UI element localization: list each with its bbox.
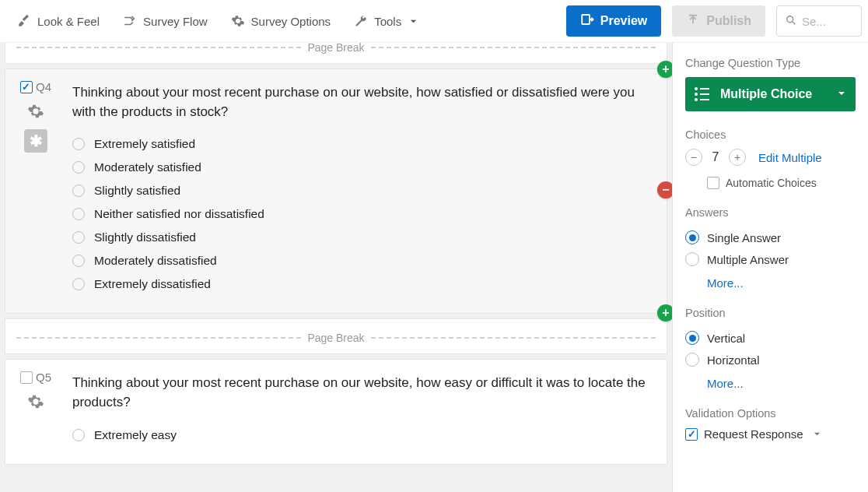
question-type-label: Multiple Choice — [720, 87, 812, 101]
single-answer-option[interactable]: Single Answer — [685, 227, 856, 248]
required-badge[interactable]: ✱ — [24, 129, 47, 153]
tools-button[interactable]: Tools — [343, 8, 429, 34]
look-and-feel-button[interactable]: Look & Feel — [6, 8, 110, 34]
question-gutter: Q5 — [5, 360, 66, 463]
automatic-choices-checkbox[interactable] — [707, 177, 719, 189]
radio-icon — [72, 138, 85, 150]
question-settings-button[interactable] — [27, 103, 44, 120]
page-break[interactable]: Page Break — [5, 318, 667, 354]
question-id-label: Q5 — [36, 371, 51, 384]
question-checkbox[interactable] — [20, 371, 33, 384]
question-type-select[interactable]: Multiple Choice — [685, 77, 856, 111]
validation-label: Validation Options — [685, 407, 856, 420]
look-and-feel-label: Look & Feel — [37, 15, 100, 28]
question-select-row[interactable]: Q4 — [20, 80, 51, 93]
search-box[interactable] — [776, 5, 862, 37]
position-label: Position — [685, 307, 856, 319]
question-content: Thinking about your most recent purchase… — [66, 69, 667, 313]
choices-stepper: − 7 + — [685, 149, 746, 166]
survey-options-button[interactable]: Survey Options — [220, 8, 342, 34]
page-break-top: Page Break — [5, 43, 667, 64]
page-break-label: Page Break — [301, 332, 370, 344]
answers-label: Answers — [685, 206, 856, 219]
survey-canvas: Page Break + − + Q4 ✱ Thinking about you… — [0, 43, 672, 492]
publish-label: Publish — [706, 14, 751, 28]
radio-icon — [72, 161, 85, 174]
question-block-q5[interactable]: Q5 Thinking about your most recent purch… — [5, 359, 667, 464]
radio-icon — [72, 255, 85, 267]
toolbar-left: Look & Feel Survey Flow Survey Options T… — [6, 8, 429, 34]
radio-icon — [72, 429, 85, 441]
choice-row[interactable]: Extremely satisfied — [72, 132, 651, 156]
question-checkbox[interactable] — [20, 81, 33, 93]
choices-count: 7 — [710, 150, 721, 164]
chevron-down-icon — [813, 427, 821, 441]
paintbrush-icon — [17, 14, 31, 28]
choice-row[interactable]: Extremely dissatisfied — [72, 272, 651, 296]
svg-rect-0 — [582, 15, 590, 24]
gear-icon — [231, 14, 245, 28]
radio-icon — [685, 353, 699, 367]
search-icon — [785, 14, 797, 29]
multiple-answer-option[interactable]: Multiple Answer — [685, 248, 856, 270]
add-question-above-button[interactable]: + — [657, 61, 672, 78]
multiple-choice-icon — [695, 87, 709, 101]
add-question-below-button[interactable]: + — [657, 304, 672, 322]
choice-row[interactable]: Moderately satisfied — [72, 156, 651, 179]
survey-flow-label: Survey Flow — [143, 15, 208, 28]
search-input[interactable] — [802, 15, 849, 28]
edit-multiple-link[interactable]: Edit Multiple — [758, 151, 822, 164]
chevron-down-icon — [409, 15, 418, 28]
question-text[interactable]: Thinking about your most recent purchase… — [72, 83, 651, 121]
question-gutter: Q4 ✱ — [5, 69, 66, 313]
answers-more-link[interactable]: More... — [707, 276, 744, 290]
question-block-q4[interactable]: + − + Q4 ✱ Thinking about your most rece… — [5, 69, 667, 314]
survey-flow-button[interactable]: Survey Flow — [112, 8, 219, 34]
preview-label: Preview — [600, 14, 647, 28]
top-toolbar: Look & Feel Survey Flow Survey Options T… — [0, 0, 868, 43]
request-response-checkbox[interactable] — [685, 428, 698, 441]
delete-question-button[interactable]: − — [657, 181, 672, 199]
question-side-panel: Change Question Type Multiple Choice Cho… — [672, 43, 868, 492]
radio-icon — [72, 184, 85, 197]
question-content: Thinking about your most recent purchase… — [66, 360, 667, 463]
svg-point-1 — [787, 16, 793, 22]
question-id-label: Q4 — [36, 80, 51, 93]
choice-row[interactable]: Neither satisfied nor dissatisfied — [72, 202, 651, 226]
automatic-choices-label: Automatic Choices — [726, 177, 817, 189]
choices-increment-button[interactable]: + — [729, 149, 746, 166]
choice-row[interactable]: Extremely easy — [72, 423, 651, 447]
position-more-link[interactable]: More... — [707, 377, 744, 390]
position-horizontal-option[interactable]: Horizontal — [685, 349, 856, 371]
upload-icon — [686, 12, 700, 30]
position-vertical-option[interactable]: Vertical — [685, 327, 856, 349]
survey-options-label: Survey Options — [251, 15, 331, 28]
request-response-option[interactable]: Request Response — [685, 427, 856, 441]
radio-icon — [72, 208, 85, 220]
page-break-label: Page Break — [301, 43, 370, 54]
radio-icon — [685, 331, 699, 345]
choices-label: Choices — [685, 128, 856, 141]
choice-row[interactable]: Slightly dissatisfied — [72, 226, 651, 249]
change-type-label: Change Question Type — [685, 57, 856, 69]
choice-row[interactable]: Moderately dissatisfied — [72, 249, 651, 272]
radio-icon — [72, 278, 85, 290]
radio-icon — [685, 252, 699, 266]
choice-row[interactable]: Slightly satisfied — [72, 179, 651, 202]
preview-icon — [580, 12, 594, 30]
wrench-icon — [354, 14, 368, 28]
tools-label: Tools — [374, 15, 401, 28]
flow-icon — [123, 14, 137, 28]
question-text[interactable]: Thinking about your most recent purchase… — [72, 374, 651, 412]
publish-button[interactable]: Publish — [672, 5, 765, 37]
question-settings-button[interactable] — [27, 393, 44, 410]
chevron-down-icon — [837, 87, 846, 101]
radio-icon — [72, 231, 85, 244]
radio-icon — [685, 230, 699, 244]
preview-button[interactable]: Preview — [566, 5, 661, 37]
question-select-row[interactable]: Q5 — [20, 371, 51, 384]
choices-decrement-button[interactable]: − — [685, 149, 702, 166]
